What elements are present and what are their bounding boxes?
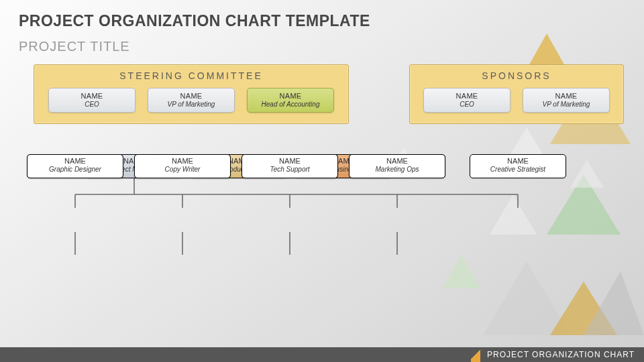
node-marketing-ops: NAME Marketing Ops xyxy=(349,154,445,178)
steering-member: NAME Head of Accounting xyxy=(247,88,334,113)
node-name: NAME xyxy=(135,157,230,165)
member-name: NAME xyxy=(152,92,230,100)
sponsor-member: NAME CEO xyxy=(423,88,511,113)
node-role: Tech Support xyxy=(242,166,337,173)
node-role: Copy Writer xyxy=(135,166,230,173)
member-name: NAME xyxy=(428,92,506,100)
node-graphic-designer: NAME Graphic Designer xyxy=(27,154,123,178)
node-name: NAME xyxy=(242,157,337,165)
node-creative-strategist: NAME Creative Strategist xyxy=(470,154,566,178)
project-title: PROJECT TITLE xyxy=(19,39,130,54)
member-role: Head of Accounting xyxy=(252,101,329,108)
sponsors-title: SPONSORS xyxy=(410,65,623,88)
node-copy-writer: NAME Copy Writer xyxy=(134,154,231,178)
member-role: CEO xyxy=(428,101,506,108)
node-name: NAME xyxy=(470,157,566,165)
node-tech-support: NAME Tech Support xyxy=(241,154,338,178)
sponsors-panel: SPONSORS NAME CEO NAME VP of Marketing xyxy=(409,64,624,124)
node-name: NAME xyxy=(28,157,123,165)
member-role: CEO xyxy=(53,101,131,108)
steering-committee-title: STEERING COMMITTEE xyxy=(34,65,348,88)
member-role: VP of Marketing xyxy=(152,101,230,108)
footer-bar: PROJECT ORGANIZATION CHART xyxy=(0,347,644,362)
member-role: VP of Marketing xyxy=(527,101,605,108)
node-role: Graphic Designer xyxy=(28,166,123,173)
node-role: Marketing Ops xyxy=(350,166,445,173)
steering-committee-panel: STEERING COMMITTEE NAME CEO NAME VP of M… xyxy=(34,64,349,124)
steering-member: NAME CEO xyxy=(48,88,136,113)
node-name: NAME xyxy=(350,157,445,165)
svg-marker-10 xyxy=(584,272,644,335)
member-name: NAME xyxy=(527,92,605,100)
connector-lines xyxy=(34,154,590,342)
member-name: NAME xyxy=(252,92,329,100)
footer-label: PROJECT ORGANIZATION CHART xyxy=(487,350,635,359)
node-role: Creative Strategist xyxy=(470,166,566,173)
page-title: PROJECT ORGANIZATION CHART TEMPLATE xyxy=(19,12,370,30)
footer-accent-icon xyxy=(471,347,480,362)
sponsor-member: NAME VP of Marketing xyxy=(523,88,610,113)
member-name: NAME xyxy=(53,92,131,100)
org-chart: NAME Project Manager NAME Production NAM… xyxy=(34,154,590,342)
steering-member: NAME VP of Marketing xyxy=(148,88,235,113)
